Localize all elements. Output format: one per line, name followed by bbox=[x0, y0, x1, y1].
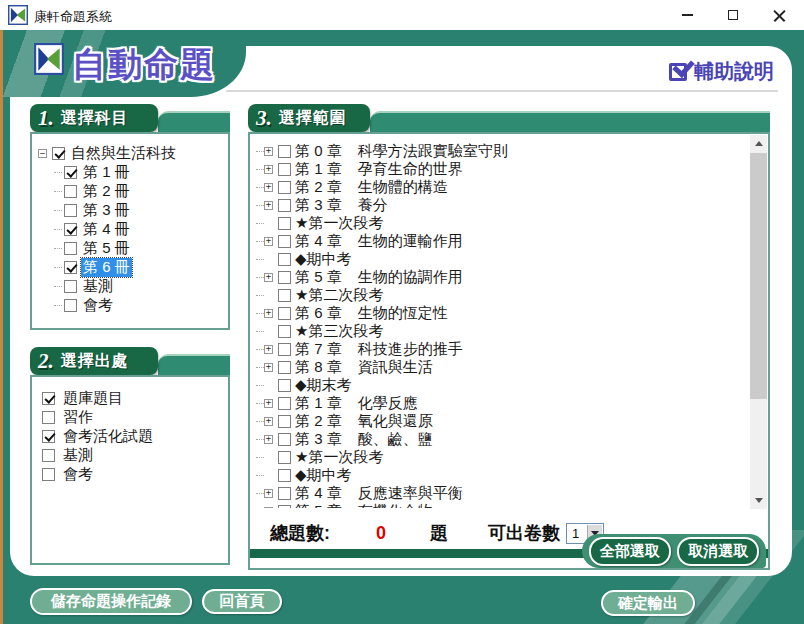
tree-row[interactable]: 第 2 冊 bbox=[38, 182, 228, 201]
tree-row[interactable]: 第 2 章氧化與還原 bbox=[256, 412, 748, 430]
expand-icon[interactable] bbox=[264, 165, 273, 174]
expand-icon[interactable] bbox=[264, 201, 273, 210]
expand-icon[interactable] bbox=[264, 309, 273, 318]
checkbox[interactable] bbox=[278, 325, 291, 338]
expand-icon[interactable] bbox=[264, 399, 273, 408]
checkbox[interactable] bbox=[64, 299, 77, 312]
checkbox[interactable] bbox=[278, 451, 291, 464]
confirm-output-button[interactable]: 確定輸出 bbox=[601, 590, 695, 616]
save-record-button[interactable]: 儲存命題操作記錄 bbox=[30, 588, 192, 615]
tree-row[interactable]: 第 3 章酸、鹼、鹽 bbox=[256, 430, 748, 448]
checkbox[interactable] bbox=[278, 415, 291, 428]
checkbox[interactable] bbox=[64, 280, 77, 293]
tree-row[interactable]: ◆期末考 bbox=[256, 376, 748, 394]
source-item[interactable]: 題庫題目 bbox=[40, 389, 228, 408]
deselect-all-button[interactable]: 取消選取 bbox=[677, 537, 759, 566]
expand-icon[interactable] bbox=[38, 149, 47, 158]
source-label[interactable]: 基測 bbox=[61, 446, 95, 465]
tree-label[interactable]: 第 5 冊 bbox=[81, 239, 132, 258]
source-label[interactable]: 題庫題目 bbox=[61, 389, 125, 408]
tree-row[interactable]: 第 8 章資訊與生活 bbox=[256, 358, 748, 376]
tree-row[interactable]: 第 7 章科技進步的推手 bbox=[256, 340, 748, 358]
select-all-button[interactable]: 全部選取 bbox=[589, 537, 671, 566]
checkbox[interactable] bbox=[42, 411, 55, 424]
source-item[interactable]: 習作 bbox=[40, 408, 228, 427]
checkbox[interactable] bbox=[278, 271, 291, 284]
checkbox[interactable] bbox=[278, 487, 291, 500]
tree-row[interactable]: 第 1 章化學反應 bbox=[256, 394, 748, 412]
tree-label[interactable]: 第 1 冊 bbox=[81, 163, 132, 182]
tree-label[interactable]: 基測 bbox=[81, 277, 115, 296]
tree-row[interactable]: ★第一次段考 bbox=[256, 448, 748, 466]
checkbox[interactable] bbox=[278, 433, 291, 446]
tree-label[interactable]: 第 6 冊 bbox=[81, 258, 132, 277]
expand-icon[interactable] bbox=[264, 507, 273, 509]
minimize-button[interactable] bbox=[664, 0, 710, 30]
tree-label[interactable]: 自然與生活科技 bbox=[69, 144, 178, 163]
expand-icon[interactable] bbox=[264, 183, 273, 192]
checkbox[interactable] bbox=[278, 235, 291, 248]
close-button[interactable] bbox=[756, 0, 802, 30]
tree-row[interactable]: 第 2 章生物體的構造 bbox=[256, 178, 748, 196]
source-label[interactable]: 會考活化試題 bbox=[61, 427, 155, 446]
tree-row[interactable]: 第 4 冊 bbox=[38, 220, 228, 239]
expand-icon[interactable] bbox=[264, 147, 273, 156]
checkbox[interactable] bbox=[278, 199, 291, 212]
expand-icon[interactable] bbox=[264, 363, 273, 372]
tree-row-selected[interactable]: 第 6 冊 bbox=[38, 258, 228, 277]
checkbox[interactable] bbox=[278, 469, 291, 482]
tree-row[interactable]: ★第三次段考 bbox=[256, 322, 748, 340]
source-item[interactable]: 會考 bbox=[40, 465, 228, 484]
expand-icon[interactable] bbox=[264, 345, 273, 354]
tree-label[interactable]: 第 3 冊 bbox=[81, 201, 132, 220]
tree-row[interactable]: 第 1 章孕育生命的世界 bbox=[256, 160, 748, 178]
scroll-up-button[interactable] bbox=[750, 135, 767, 152]
checkbox[interactable] bbox=[42, 449, 55, 462]
scrollbar[interactable] bbox=[750, 135, 767, 509]
checkbox[interactable] bbox=[278, 379, 291, 392]
help-button[interactable]: 輔助說明 bbox=[669, 58, 774, 85]
tree-row[interactable]: 第 4 章反應速率與平衡 bbox=[256, 484, 748, 502]
tree-label[interactable]: 第 4 冊 bbox=[81, 220, 132, 239]
checkbox[interactable] bbox=[278, 343, 291, 356]
tree-label[interactable]: 第 2 冊 bbox=[81, 182, 132, 201]
tree-row[interactable]: 第 5 章生物的協調作用 bbox=[256, 268, 748, 286]
tree-row[interactable]: 第 6 章生物的恆定性 bbox=[256, 304, 748, 322]
tree-row[interactable]: 第 3 章養分 bbox=[256, 196, 748, 214]
expand-icon[interactable] bbox=[264, 273, 273, 282]
tree-row[interactable]: 會考 bbox=[38, 296, 228, 315]
source-label[interactable]: 會考 bbox=[61, 465, 95, 484]
tree-row[interactable]: ◆期中考 bbox=[256, 466, 748, 484]
source-item[interactable]: 會考活化試題 bbox=[40, 427, 228, 446]
tree-row[interactable]: 第 5 冊 bbox=[38, 239, 228, 258]
checkbox[interactable] bbox=[64, 204, 77, 217]
scroll-down-button[interactable] bbox=[750, 492, 767, 509]
source-item[interactable]: 基測 bbox=[40, 446, 228, 465]
tree-row[interactable]: ◆期中考 bbox=[256, 250, 748, 268]
scrollbar-thumb[interactable] bbox=[750, 153, 767, 399]
maximize-button[interactable] bbox=[710, 0, 756, 30]
tree-row[interactable]: ★第二次段考 bbox=[256, 286, 748, 304]
checkbox[interactable] bbox=[42, 468, 55, 481]
checkbox[interactable] bbox=[42, 392, 55, 405]
tree-row[interactable]: 第 3 冊 bbox=[38, 201, 228, 220]
checkbox[interactable] bbox=[278, 307, 291, 320]
tree-row[interactable]: 第 0 章科學方法跟實驗室守則 bbox=[256, 142, 748, 160]
checkbox[interactable] bbox=[64, 242, 77, 255]
expand-icon[interactable] bbox=[264, 237, 273, 246]
checkbox[interactable] bbox=[278, 505, 291, 509]
home-button[interactable]: 回首頁 bbox=[202, 589, 282, 614]
tree-row[interactable]: 第 1 冊 bbox=[38, 163, 228, 182]
checkbox[interactable] bbox=[64, 223, 77, 236]
checkbox[interactable] bbox=[278, 217, 291, 230]
tree-row-root[interactable]: 自然與生活科技 bbox=[38, 144, 228, 163]
expand-icon[interactable] bbox=[264, 417, 273, 426]
checkbox[interactable] bbox=[42, 430, 55, 443]
checkbox[interactable] bbox=[278, 181, 291, 194]
checkbox[interactable] bbox=[52, 147, 65, 160]
tree-label[interactable]: 會考 bbox=[81, 296, 115, 315]
checkbox[interactable] bbox=[278, 361, 291, 374]
checkbox[interactable] bbox=[278, 145, 291, 158]
checkbox[interactable] bbox=[278, 289, 291, 302]
expand-icon[interactable] bbox=[264, 435, 273, 444]
